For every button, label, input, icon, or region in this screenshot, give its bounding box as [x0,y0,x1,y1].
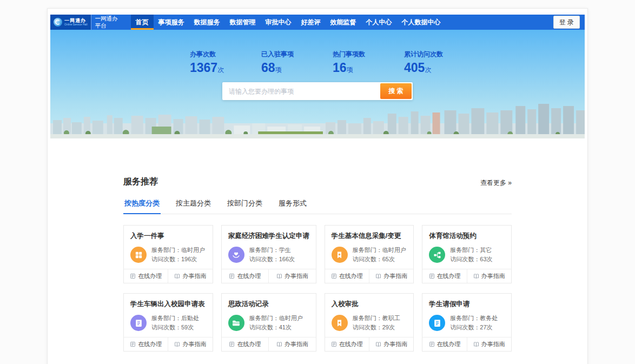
view-more-link[interactable]: 查看更多 » [480,178,512,188]
nav-item[interactable]: 好差评 [296,15,326,30]
service-guide-button[interactable]: 办事指南 [268,269,316,283]
category-tab[interactable]: 按热度分类 [123,198,161,214]
stat-item: 办事次数 1367次 [190,50,261,75]
service-dept-value: 临时用户 [181,247,205,253]
online-handle-button[interactable]: 在线办理 [325,337,369,351]
doc-lines-icon [130,315,147,331]
stat-item: 热门事项数 16项 [333,50,404,75]
stat-unit: 次 [217,66,224,74]
form-icon [331,341,337,347]
service-guide-button[interactable]: 办事指南 [268,337,316,351]
service-visits-row: 访问次数：27次 [450,323,498,332]
stat-unit: 项 [275,66,282,74]
service-visits-value: 166次 [279,256,295,262]
logo-globe-icon [54,18,62,27]
nav-item-label: 首页 [136,18,149,27]
search-input[interactable] [223,83,380,99]
doc-lines-icon [429,315,445,331]
service-guide-button[interactable]: 办事指南 [168,269,212,283]
service-dept-value: 临时用户 [382,247,406,253]
service-card-title: 学生车辆出入校园申请表 [124,294,213,309]
online-handle-button[interactable]: 在线办理 [124,337,168,351]
service-card: 学生基本信息采集/变更 服务部门：临时用户 访问次数：65次 [325,225,414,283]
service-dept-row: 服务部门：临时用户 [151,246,205,255]
nav-item[interactable]: 个人中心 [361,15,397,30]
service-dept-value: 教职工 [382,315,400,321]
service-card-title: 体育馆活动预约 [422,226,511,241]
service-visits-value: 196次 [181,256,197,262]
service-card-title: 入学一件事 [124,226,213,241]
nav-item[interactable]: 数据服务 [189,15,225,30]
service-dept-row: 服务部门：临时用户 [353,246,406,255]
service-card: 家庭经济困难学生认定申请 服务部门：学生 访问次数：166次 [221,225,316,283]
online-handle-button[interactable]: 在线办理 [222,337,269,351]
service-visits-row: 访问次数：65次 [353,255,406,264]
form-icon [229,273,235,279]
service-guide-button[interactable]: 办事指南 [369,337,413,351]
folder-icon [228,315,244,331]
book-icon [375,273,381,279]
stat-item: 已入驻事项 68项 [261,50,333,75]
nav-item-label: 个人中心 [366,18,392,27]
platform-name: 一网通办平台 [91,15,125,30]
service-dept-value: 临时用户 [279,315,303,321]
service-dept-row: 服务部门：教务处 [450,314,498,323]
portal-page: 一网通办 Online Service Hall 一网通办平台 首页 事项服务 … [47,8,588,364]
service-guide-button[interactable]: 办事指南 [467,269,511,283]
service-visits-value: 41次 [279,324,292,330]
nav-item[interactable]: 个人数据中心 [397,15,446,30]
service-visits-row: 访问次数：29次 [353,323,400,332]
category-tab-label: 按部门分类 [227,199,262,207]
online-handle-button[interactable]: 在线办理 [222,269,269,283]
nav-item-label: 好差评 [301,18,321,27]
category-tab[interactable]: 服务形式 [277,198,308,214]
login-button[interactable]: 登 录 [553,16,580,29]
search-button[interactable]: 搜 索 [380,83,412,99]
service-card-title: 入校审批 [325,294,414,309]
online-handle-button[interactable]: 在线办理 [422,337,466,351]
category-tab-label: 按热度分类 [124,199,160,207]
service-card: 体育馆活动预约 服务部门：其它 访问次数：63次 在线办理 [422,225,512,283]
category-tab[interactable]: 按主题分类 [175,198,212,214]
hero-banner: 办事次数 1367次 已入驻事项 68项 热门事项数 16项 [50,30,585,138]
online-handle-button[interactable]: 在线办理 [422,269,466,283]
service-guide-button[interactable]: 办事指南 [369,269,413,283]
category-tab-label: 服务形式 [279,199,307,207]
stat-label: 热门事项数 [333,50,404,59]
org-icon [429,247,445,263]
nav-item-label: 个人数据中心 [402,18,441,27]
online-handle-button[interactable]: 在线办理 [124,269,168,283]
stat-label: 累计访问次数 [404,50,475,59]
nav-item[interactable]: 数据管理 [225,15,261,30]
nav-item[interactable]: 效能监督 [326,15,361,30]
form-icon [429,341,435,347]
category-tabs: 按热度分类 按主题分类 按部门分类 服务形式 [123,198,512,214]
category-tab[interactable]: 按部门分类 [226,198,263,214]
service-dept-value: 其它 [480,247,492,253]
service-dept-value: 学生 [279,247,291,253]
services-section: 服务推荐 查看更多 » 按热度分类 按主题分类 按部门分类 服务形式 入学一件事 [123,138,512,364]
book-icon [276,341,282,347]
service-visits-value: 29次 [382,324,395,330]
nav-item-label: 事项服务 [158,18,184,27]
stat-value: 68 [261,61,275,75]
hands-heart-icon [228,247,244,263]
logo-subtext: Online Service Hall [64,23,88,26]
nav-item-label: 审批中心 [266,18,292,27]
stat-label: 办事次数 [190,50,261,59]
online-handle-button[interactable]: 在线办理 [325,269,369,283]
service-dept-row: 服务部门：教职工 [353,314,400,323]
book-icon [174,273,180,279]
service-guide-button[interactable]: 办事指南 [467,337,511,351]
service-card: 思政活动记录 服务部门：临时用户 访问次数：41次 在线办理 [221,293,316,352]
form-icon [229,341,235,347]
nav-item[interactable]: 事项服务 [154,15,189,30]
service-visits-row: 访问次数：166次 [249,255,295,264]
search-bar: 搜 索 [222,82,413,100]
nav-item[interactable]: 首页 [131,15,154,30]
stat-value: 16 [333,61,347,75]
form-icon [130,341,136,347]
service-guide-button[interactable]: 办事指南 [168,337,212,351]
book-icon [473,273,479,279]
nav-item[interactable]: 审批中心 [261,15,296,30]
